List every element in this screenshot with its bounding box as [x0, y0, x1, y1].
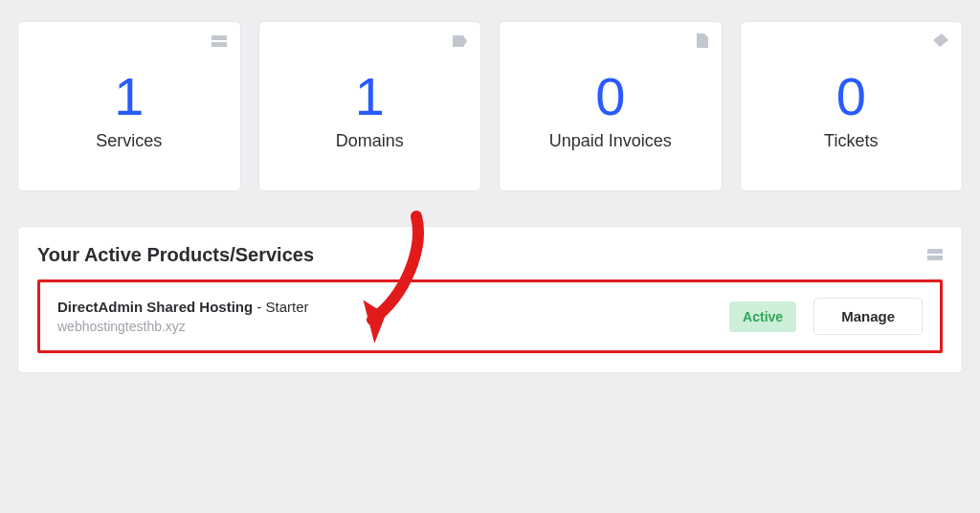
- svg-rect-2: [927, 249, 943, 254]
- service-domain: webhostingtesthb.xyz: [57, 319, 309, 334]
- svg-rect-3: [927, 256, 943, 260]
- stats-cards: 1 Services 1 Domains 0 Unpaid Invoices 0…: [17, 21, 963, 191]
- stat-value: 1: [114, 70, 144, 123]
- server-icon: [212, 33, 227, 51]
- status-badge: Active: [729, 301, 796, 332]
- stat-card-invoices[interactable]: 0 Unpaid Invoices: [499, 21, 723, 191]
- stat-label: Domains: [336, 131, 404, 151]
- stat-value: 0: [595, 70, 625, 123]
- svg-rect-1: [212, 42, 227, 47]
- service-title: DirectAdmin Shared Hosting - Starter: [57, 299, 309, 315]
- stat-card-tickets[interactable]: 0 Tickets: [740, 21, 964, 191]
- stat-label: Services: [96, 131, 162, 151]
- file-icon: [697, 33, 708, 52]
- server-icon: [927, 247, 943, 264]
- service-product: DirectAdmin Shared Hosting: [57, 299, 253, 315]
- service-info: DirectAdmin Shared Hosting - Starter web…: [57, 299, 309, 334]
- svg-rect-0: [212, 35, 227, 40]
- service-plan-separator: -: [253, 299, 265, 315]
- service-plan: Starter: [266, 299, 309, 315]
- manage-button[interactable]: Manage: [813, 298, 923, 335]
- stat-card-domains[interactable]: 1 Domains: [258, 21, 482, 191]
- stat-label: Tickets: [824, 131, 878, 151]
- stat-label: Unpaid Invoices: [549, 131, 672, 151]
- tag-icon: [453, 33, 467, 51]
- active-services-panel: Your Active Products/Services DirectAdmi…: [17, 226, 963, 373]
- service-row[interactable]: DirectAdmin Shared Hosting - Starter web…: [37, 279, 943, 353]
- panel-title: Your Active Products/Services: [37, 244, 314, 266]
- stat-value: 1: [355, 70, 385, 123]
- stat-card-services[interactable]: 1 Services: [17, 21, 241, 191]
- stat-value: 0: [836, 70, 866, 123]
- ticket-icon: [933, 33, 948, 51]
- service-actions: Active Manage: [729, 298, 923, 335]
- panel-header: Your Active Products/Services: [37, 244, 943, 266]
